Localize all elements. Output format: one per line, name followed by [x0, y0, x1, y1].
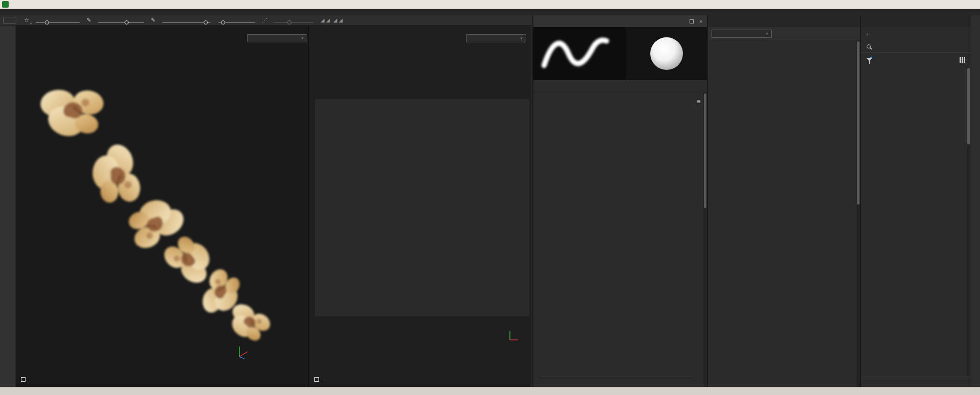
- menu-bar: [0, 9, 980, 15]
- toolbar-size-group: [36, 15, 80, 25]
- distance-slider[interactable]: [274, 20, 313, 25]
- properties-scrollbar[interactable]: [703, 92, 707, 387]
- assets-tabbar: [861, 15, 971, 27]
- brush-tip-icon[interactable]: ✎: [84, 17, 94, 23]
- toolbar-flow-group: [98, 15, 144, 25]
- stroke-preview: [533, 27, 626, 80]
- spacing-slider[interactable]: [218, 20, 255, 25]
- assets-scrollbar[interactable]: [967, 67, 970, 376]
- status-bar: [0, 387, 980, 395]
- stroke-shape-icon[interactable]: ☆×: [21, 17, 32, 23]
- chevron-down-icon: ∨: [301, 36, 304, 40]
- library-breadcrumb[interactable]: ›: [861, 27, 971, 40]
- brush-toolbar: ☆× ✎ ✎ ⋰ ◢ ◢ ◢: [0, 15, 532, 26]
- popout-icon[interactable]: [690, 19, 694, 23]
- viewport-3d[interactable]: ∨: [16, 26, 309, 387]
- axis-gizmo-2d: [508, 329, 520, 342]
- chevron-right-icon: ›: [867, 31, 869, 37]
- properties-panel: × ≡: [532, 15, 707, 387]
- layers-tabbar: [708, 15, 860, 27]
- asset-search[interactable]: [861, 40, 971, 53]
- stroke-opacity-slider[interactable]: [162, 20, 210, 25]
- section-menu-icon[interactable]: ≡: [697, 98, 701, 104]
- brush-section-header: ≡: [540, 96, 694, 106]
- distance-dots-icon[interactable]: ⋰: [259, 17, 270, 23]
- axis-gizmo-3d: [236, 343, 250, 359]
- chevron-down-icon: ∨: [766, 32, 768, 36]
- dock-strip: [971, 15, 980, 387]
- asset-grid: [861, 67, 971, 377]
- filter-funnel-icon[interactable]: [867, 58, 872, 61]
- toolbar-distance-group: [274, 15, 313, 25]
- viewport-3d-material-dropdown[interactable]: ∨: [247, 34, 307, 42]
- popcorn-3d-render: [16, 26, 309, 385]
- toolbar-stroke-opacity-group: [162, 15, 210, 25]
- channel-dropdown[interactable]: ∨: [712, 30, 772, 38]
- brush-settings: ≡: [533, 92, 707, 387]
- brush-tip-icon-2[interactable]: ✎: [148, 17, 158, 23]
- alpha-section-header[interactable]: [540, 377, 694, 387]
- falloff-preset-icons[interactable]: ◢ ◢ ◢ ◢: [321, 17, 342, 23]
- mask-label-3d: [21, 377, 28, 382]
- properties-tabs: [533, 80, 707, 92]
- app-icon: [2, 1, 9, 8]
- flow-slider[interactable]: [98, 20, 144, 25]
- close-icon[interactable]: ×: [699, 19, 703, 24]
- assets-panel: ›: [860, 15, 971, 387]
- workspace: ∨ ∨: [0, 26, 532, 387]
- viewport-2d[interactable]: ∨: [309, 26, 531, 387]
- properties-header: ×: [533, 15, 707, 27]
- material-sphere-preview: [626, 27, 707, 80]
- assets-bottom-bar: [861, 377, 971, 387]
- tool-sidebar: [0, 26, 16, 387]
- brush-preview-area: [533, 27, 707, 80]
- mask-label-2d: [314, 377, 321, 382]
- layers-list: [708, 40, 860, 387]
- size-slider[interactable]: [36, 20, 80, 25]
- title-bar: [0, 0, 980, 9]
- chevron-down-icon: ∨: [520, 36, 523, 40]
- search-icon: [867, 44, 871, 48]
- layers-controls: ∨: [708, 27, 860, 40]
- popcorn-texture-2d: [315, 99, 529, 316]
- asset-filter-row: [861, 53, 971, 67]
- layers-panel: ∨: [707, 15, 860, 387]
- viewport-2d-material-dropdown[interactable]: ∨: [466, 34, 526, 42]
- toolbar-spacing-group: [218, 15, 255, 25]
- layers-scrollbar[interactable]: [856, 40, 860, 387]
- grid-view-icon[interactable]: [960, 57, 965, 63]
- main-content: ☆× ✎ ✎ ⋰ ◢ ◢ ◢: [0, 15, 980, 387]
- tool-preset-slot[interactable]: [3, 17, 16, 24]
- left-column: ☆× ✎ ✎ ⋰ ◢ ◢ ◢: [0, 15, 532, 387]
